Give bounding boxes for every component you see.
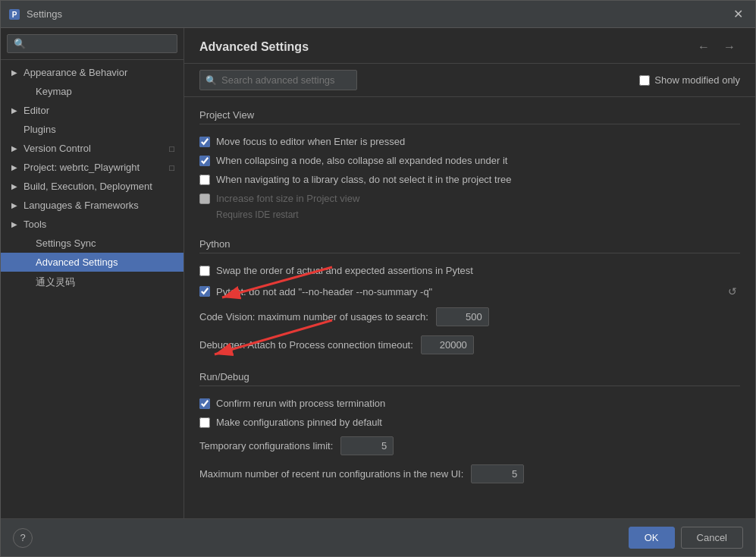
sidebar-nav: ▶Appearance & BehaviorKeymap▶EditorPlugi… xyxy=(1,60,184,518)
help-button[interactable]: ? xyxy=(13,528,33,548)
main-wrapper: Advanced Settings ← → 🔍 Show modified on… xyxy=(184,28,755,518)
inline-label-code-vision-max: Code Vision: maximum number of usages to… xyxy=(199,311,428,323)
sidebar-item-advanced-settings[interactable]: Advanced Settings xyxy=(1,253,184,272)
checkbox-navigate-library[interactable] xyxy=(199,175,210,185)
sidebar-item-editor[interactable]: ▶Editor xyxy=(1,101,184,120)
setting-item-navigate-library: When navigating to a library class, do n… xyxy=(199,170,740,189)
inline-label-temp-config-limit: Temporary configurations limit: xyxy=(199,440,333,452)
nav-arrow-icon: ▶ xyxy=(10,68,19,77)
checkbox-move-focus[interactable] xyxy=(199,137,210,147)
nav-item-label: Version Control xyxy=(24,143,166,154)
nav-item-label: 通义灵码 xyxy=(36,275,174,289)
checkbox-increase-font xyxy=(199,194,210,204)
section-project-view: Project ViewMove focus to editor when En… xyxy=(199,109,740,226)
nav-arrow-icon: ▶ xyxy=(10,201,19,210)
section-title-python: Python xyxy=(199,238,740,253)
svg-text:P: P xyxy=(12,11,17,19)
checkbox-pinned-by-default[interactable] xyxy=(199,417,210,428)
setting-item-increase-font: Increase font size in Project view xyxy=(199,189,740,208)
section-title-project-view: Project View xyxy=(199,109,740,124)
ok-button[interactable]: OK xyxy=(629,527,675,549)
sidebar-item-project[interactable]: ▶Project: webrtc_Playwright□ xyxy=(1,158,184,177)
nav-item-label: Languages & Frameworks xyxy=(24,200,174,211)
nav-arrow-icon xyxy=(22,278,31,287)
label-collapse-node: When collapsing a node, also collapse al… xyxy=(216,155,740,166)
sidebar-item-languages[interactable]: ▶Languages & Frameworks xyxy=(1,196,184,215)
nav-item-label: Editor xyxy=(24,105,174,116)
reset-button-pytest-no-header[interactable]: ↺ xyxy=(725,284,740,299)
setting-item-collapse-node: When collapsing a node, also collapse al… xyxy=(199,151,740,170)
settings-window: P Settings ✕ ▶Appearance & BehaviorKeyma… xyxy=(0,0,756,557)
nav-item-label: Advanced Settings xyxy=(36,256,174,268)
section-run-debug: Run/DebugConfirm rerun with process term… xyxy=(199,371,740,488)
sidebar-item-version-control[interactable]: ▶Version Control□ xyxy=(1,139,184,158)
sidebar-item-settings-sync[interactable]: Settings Sync xyxy=(1,234,184,253)
content-area: ▶Appearance & BehaviorKeymap▶EditorPlugi… xyxy=(1,28,755,518)
sidebar-item-build[interactable]: ▶Build, Execution, Deployment xyxy=(1,177,184,196)
label-confirm-rerun: Confirm rerun with process termination xyxy=(216,398,740,409)
page-title: Advanced Settings xyxy=(199,40,309,54)
forward-button[interactable]: → xyxy=(719,39,740,55)
nav-arrow-icon: ▶ xyxy=(10,163,19,172)
header-nav: ← → xyxy=(693,39,740,55)
sidebar-search-area xyxy=(1,28,184,60)
nav-item-label: Keymap xyxy=(36,86,174,97)
nav-arrow-icon: ▶ xyxy=(10,144,19,153)
checkbox-swap-assertions[interactable] xyxy=(199,266,210,276)
window-title: Settings xyxy=(27,8,729,20)
nav-item-label: Project: webrtc_Playwright xyxy=(24,162,166,173)
close-button[interactable]: ✕ xyxy=(729,5,748,23)
sidebar-item-appearance[interactable]: ▶Appearance & Behavior xyxy=(1,63,184,82)
setting-item-swap-assertions: Swap the order of actual and expected as… xyxy=(199,261,740,280)
sidebar-item-plugins[interactable]: Plugins xyxy=(1,120,184,139)
inline-setting-code-vision-max: Code Vision: maximum number of usages to… xyxy=(199,303,740,331)
inline-input-code-vision-max[interactable] xyxy=(436,307,489,326)
back-button[interactable]: ← xyxy=(693,39,714,55)
note-increase-font: Requires IDE restart xyxy=(199,208,740,226)
main-header: Advanced Settings ← → xyxy=(184,28,755,64)
label-move-focus: Move focus to editor when Enter is press… xyxy=(216,136,740,147)
sidebar-search-input[interactable] xyxy=(7,34,177,53)
nav-item-label: Plugins xyxy=(24,124,174,135)
nav-arrow-icon: ▶ xyxy=(10,182,19,191)
show-modified-text: Show modified only xyxy=(654,74,740,86)
show-modified-checkbox[interactable] xyxy=(639,75,650,86)
nav-arrow-icon xyxy=(22,239,31,248)
inline-input-temp-config-limit[interactable] xyxy=(340,436,394,455)
search-icon: 🔍 xyxy=(205,75,217,86)
sidebar-item-custom[interactable]: 通义灵码 xyxy=(1,272,184,293)
setting-item-pytest-no-header: Pytest: do not add "--no-header --no-sum… xyxy=(199,280,740,303)
nav-arrow-icon xyxy=(22,87,31,96)
setting-item-move-focus: Move focus to editor when Enter is press… xyxy=(199,132,740,151)
nav-arrow-icon xyxy=(10,125,19,134)
nav-item-badge: □ xyxy=(169,144,174,153)
setting-item-pinned-by-default: Make configurations pinned by default xyxy=(199,413,740,432)
label-pinned-by-default: Make configurations pinned by default xyxy=(216,417,740,428)
sidebar-item-keymap[interactable]: Keymap xyxy=(1,82,184,101)
show-modified-label[interactable]: Show modified only xyxy=(639,74,740,86)
inline-label-max-recent: Maximum number of recent run configurati… xyxy=(199,468,463,480)
cancel-button[interactable]: Cancel xyxy=(681,527,743,549)
nav-item-label: Build, Execution, Deployment xyxy=(24,181,174,192)
nav-arrow-icon xyxy=(22,258,31,267)
inline-setting-debugger-timeout: Debugger: Attach to Process connection t… xyxy=(199,331,740,359)
checkbox-confirm-rerun[interactable] xyxy=(199,398,210,409)
section-python: PythonSwap the order of actual and expec… xyxy=(199,238,740,359)
label-navigate-library: When navigating to a library class, do n… xyxy=(216,174,740,185)
bottom-bar: ? OK Cancel xyxy=(1,518,755,556)
inline-input-max-recent[interactable] xyxy=(471,464,524,483)
nav-item-label: Appearance & Behavior xyxy=(24,67,174,78)
nav-item-label: Tools xyxy=(24,219,174,230)
inline-setting-temp-config-limit: Temporary configurations limit: xyxy=(199,432,740,460)
sidebar-item-tools[interactable]: ▶Tools xyxy=(1,215,184,234)
nav-arrow-icon: ▶ xyxy=(10,106,19,115)
checkbox-collapse-node[interactable] xyxy=(199,156,210,166)
nav-item-label: Settings Sync xyxy=(36,238,174,249)
checkbox-pytest-no-header[interactable] xyxy=(199,286,210,297)
settings-search-input[interactable] xyxy=(199,70,357,90)
inline-input-debugger-timeout[interactable] xyxy=(421,335,474,354)
sidebar: ▶Appearance & BehaviorKeymap▶EditorPlugi… xyxy=(1,28,184,518)
section-title-run-debug: Run/Debug xyxy=(199,371,740,386)
main-panel: Advanced Settings ← → 🔍 Show modified on… xyxy=(184,28,755,518)
label-increase-font: Increase font size in Project view xyxy=(216,193,740,204)
